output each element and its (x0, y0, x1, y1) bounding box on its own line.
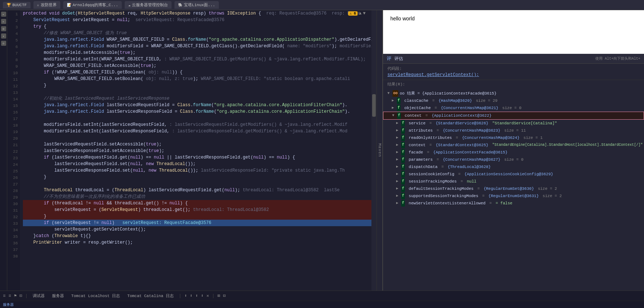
tree-node-dispatchData[interactable]: ▶ f dispatchData = {ThreadLocal@3628} (383, 163, 644, 171)
objectCache-expand-icon[interactable]: ▶ (392, 105, 395, 111)
eval-hint: 使用 Alt+向下箭头和Alt+ (595, 56, 640, 61)
tree-node-classCache[interactable]: ▶ f classCache = {HashMap@3620} size = 2… (383, 97, 644, 104)
eval-code-snippet[interactable]: servletRequest.getServletContext(); (387, 72, 640, 77)
newServlet-name: newServletContextListenerAllowed (406, 200, 488, 207)
sessionCookieConfig-equals: = (458, 171, 463, 177)
dispatchData-expand-icon[interactable]: ▶ (396, 164, 400, 170)
tab-buuctf[interactable]: 🏆 BUUCTF (3, 2, 31, 8)
tree-node-parameters[interactable]: ▶ f parameters = {ConcurrentHashMap@3627… (383, 156, 644, 163)
tree-node-facade[interactable]: ▶ f facade = {ApplicationContextFacade@3… (383, 149, 644, 156)
parameters-expand-icon[interactable]: ▶ (396, 156, 400, 163)
results-label: 结果(R): (387, 82, 405, 87)
code-line-21: lastServicedRequestField.setAccessible(t… (23, 141, 377, 148)
tree-node-readOnlyAttributes[interactable]: ▶ f readOnlyAttributes = {ConcurrentHash… (383, 134, 644, 141)
tomcat-localhost-button[interactable]: Tomcat Localhost 日志 (69, 292, 122, 299)
objectCache-name: objectCache (402, 105, 433, 111)
scroll-thumb[interactable] (372, 94, 376, 117)
tree-node-supportedSessionTrackingModes[interactable]: ▶ f supportedSessionTrackingModes = {Reg… (383, 192, 644, 200)
tree-node-sessionTrackingModes[interactable]: ▶ f sessionTrackingModes = null (383, 178, 644, 185)
maven-panel[interactable]: Maven (377, 10, 382, 291)
sessionTrackingModes-expand-icon[interactable]: ▶ (396, 178, 400, 185)
server-button[interactable]: 服务器 (50, 292, 66, 299)
up-arrow[interactable]: ▲ (359, 11, 362, 16)
attributes-name: attributes (406, 127, 435, 134)
context-expand-icon[interactable]: ▼ (392, 112, 396, 119)
readOnly-field-icon: f (401, 135, 405, 141)
toolbar-icon-2[interactable]: ≡ (8, 293, 11, 299)
tree-node-sessionCookieConfig[interactable]: ▶ f sessionCookieConfig = {ApplicationSe… (383, 171, 644, 178)
gutter-icon-1[interactable]: ▸ (1, 12, 6, 17)
tree-root-node[interactable]: ▼ oo oo 结果 = {ApplicationContextFacade@3… (383, 90, 644, 97)
code-editor[interactable]: 12345 678910 1112131415 1617181920 21222… (7, 10, 377, 291)
tree-node-newServletContextListenerAllowed[interactable]: ▶ f newServletContextListenerAllowed = =… (383, 200, 644, 207)
code-line-15: java.lang.reflect.Field lastServicedRequ… (23, 102, 377, 108)
objectCache-size: size = 0 (502, 105, 522, 111)
toolbar-icon-1[interactable]: ≡ (3, 293, 5, 299)
tab-baota[interactable]: 🐘 宝塔Linux面... (174, 1, 219, 9)
tree-node-context-main[interactable]: ▼ f context = {ApplicationContext@3622} (383, 112, 644, 120)
eval-code-label: 代码段: (387, 66, 640, 71)
gutter-icon-5[interactable]: ⊘ (1, 41, 6, 46)
defaultSession-equals: = (477, 185, 482, 192)
sessionCookieConfig-expand-icon[interactable]: ▶ (396, 171, 400, 177)
toolbar-icon-4[interactable]: ⊡ (20, 293, 22, 299)
toolbar-icon-9[interactable]: ✕ (206, 293, 209, 299)
toolbar-icon-11[interactable]: ⊟ (223, 293, 226, 299)
context-inner-expand-icon[interactable]: ▶ (396, 142, 400, 148)
root-expand-icon[interactable]: ▼ (387, 90, 391, 97)
tree-node-defaultSessionTrackingModes[interactable]: ▶ f defaultSessionTrackingModes = {Regul… (383, 185, 644, 192)
code-line-28: ThreadLocal threadLocal = (ThreadLocal) … (23, 187, 377, 193)
dispatchData-field-icon: f (401, 164, 405, 170)
code-line-36: PrintWriter writer = resp.getWriter(); (23, 239, 377, 246)
scroll-marker[interactable] (371, 10, 377, 291)
gutter-icon-2[interactable]: ▸ (1, 19, 6, 24)
service-expand-icon[interactable]: ▶ (396, 120, 400, 127)
tree-node-objectCache[interactable]: ▶ f objectCache = {ConcurrentHashMap@362… (383, 104, 644, 112)
down-arrow[interactable]: ▼ (363, 11, 366, 16)
classCache-expand-icon[interactable]: ▶ (392, 97, 395, 104)
tree-node-context-inner[interactable]: ▶ f context = {StandardContext@3625} "St… (383, 141, 644, 149)
gutter-icon-4[interactable]: ✦ (1, 33, 6, 39)
tomcat-catalina-button[interactable]: Tomcat Catalina 日志 (125, 292, 176, 299)
supportedSession-field-icon: f (401, 193, 405, 199)
tree-node-service[interactable]: ▶ f service = {StandardService@3626} "St… (383, 120, 644, 127)
toolbar-icon-3[interactable]: ⚑ (14, 293, 16, 299)
baota-icon: 🐘 (178, 3, 182, 7)
tab-blog[interactable]: 📝 Arnoldqqq的博客_C... (63, 1, 122, 9)
readOnly-expand-icon[interactable]: ▶ (396, 135, 400, 141)
newServlet-expand-icon[interactable]: ▶ (396, 200, 400, 207)
facade-type: {ApplicationContextFacade@3615} (433, 149, 508, 156)
tab-attack-world-label: 攻防世界 (41, 2, 57, 8)
toolbar-icon-5[interactable]: ⬆ (184, 293, 187, 299)
debugger-button[interactable]: 调试器 (31, 292, 47, 299)
toolbar-icon-10[interactable]: ⊞ (218, 293, 220, 299)
classCache-field-icon: f (397, 97, 401, 104)
attributes-type: {ConcurrentHashMap@3623} (443, 127, 503, 134)
toolbar-icon-6[interactable]: ⬇ (190, 293, 192, 299)
tab-cloud-label: 云服务器管理控制台 (132, 2, 168, 8)
code-line-26: } (23, 174, 377, 180)
dispatchData-type: {ThreadLocal@3628} (448, 164, 491, 170)
attributes-expand-icon[interactable]: ▶ (396, 127, 400, 134)
tree-node-attributes[interactable]: ▶ f attributes = {ConcurrentHashMap@3623… (383, 127, 644, 134)
tab-attack-world[interactable]: ⚔️ 攻防世界 (33, 1, 60, 9)
code-line-10: if (!WRAP_SAME_OBJECT_FIELD.getBoolean( … (23, 69, 377, 76)
bottom-toolbar: ≡ ≡ ⚑ ⊡ | 调试器 服务器 Tomcat Localhost 日志 To… (0, 291, 644, 301)
code-line-23: if (lastServicedRequestField.get(null) =… (23, 154, 377, 161)
defaultSession-expand-icon[interactable]: ▶ (396, 185, 400, 192)
right-panel: hello world 评 评估 使用 Alt+向下箭头和Alt+ 代码段: s… (382, 10, 644, 291)
sessionTrackingModes-equals: = (460, 178, 465, 185)
facade-expand-icon[interactable]: ▶ (396, 149, 400, 156)
sessionCookieConfig-field-icon: f (401, 171, 405, 177)
gutter-icon-3[interactable]: ⚙ (1, 26, 6, 31)
result-tree: ▼ oo oo 结果 = {ApplicationContextFacade@3… (383, 90, 644, 207)
code-line-34: servletRequest.getServletContext(); (23, 226, 377, 233)
results-section[interactable]: ▼ oo oo 结果 = {ApplicationContextFacade@3… (383, 88, 644, 291)
code-line-7: modifiersField.setAccessible(true); (23, 49, 377, 56)
supportedSession-expand-icon[interactable]: ▶ (396, 193, 400, 199)
supportedSession-type: {RegularEnumSet@3631} (488, 193, 541, 199)
code-line-4: //修改 WRAP_SAME_OBJECT 值为 true (23, 30, 377, 36)
toolbar-icon-8[interactable]: ⬇ (201, 293, 204, 299)
tab-cloud[interactable]: ☁️ 云服务器管理控制台 (125, 1, 172, 9)
toolbar-icon-7[interactable]: ⬆ (196, 293, 198, 299)
